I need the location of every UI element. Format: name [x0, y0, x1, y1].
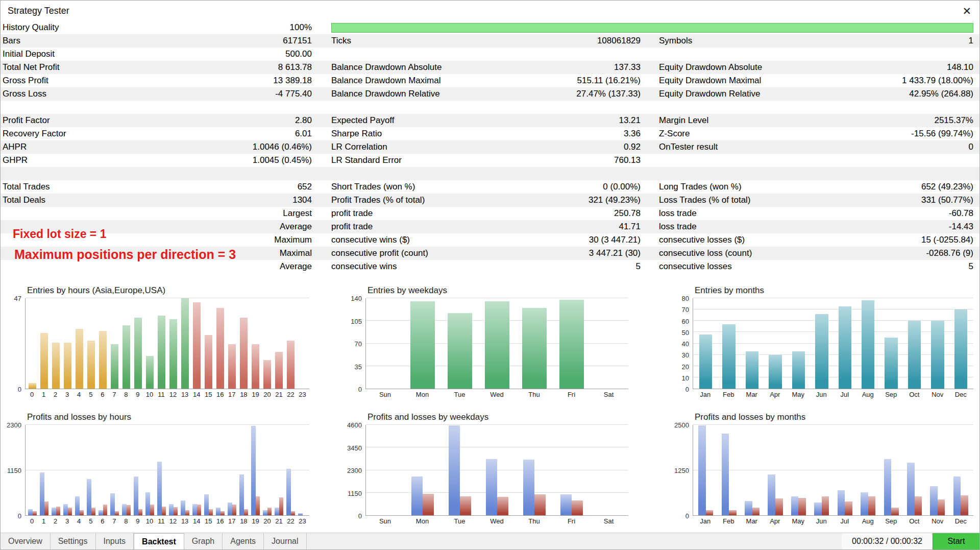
y-tick-label: 3450: [347, 444, 362, 451]
bar-group: [191, 298, 203, 389]
bar-group: [926, 298, 949, 389]
x-tick-label: 4: [73, 517, 85, 525]
x-tick-label: Dec: [949, 517, 973, 525]
bar-loss: [256, 496, 260, 515]
stat-value: [515, 167, 641, 180]
chart-title: Profits and losses by months: [695, 412, 973, 422]
bar-profit: [87, 479, 91, 515]
x-tick-label: Jun: [810, 391, 834, 398]
bar-value: [769, 355, 781, 389]
bar-group: [367, 425, 404, 515]
bar-group: [179, 298, 191, 389]
bar-group: [553, 425, 590, 515]
bar-group: [553, 298, 590, 389]
stat-value: -14.43: [853, 220, 973, 233]
stats-row: Total Trades652Short Trades (won %)0 (0.…: [1, 180, 979, 194]
stat-value: 6.01: [184, 127, 312, 140]
bar-value: [193, 302, 201, 389]
x-tick-label: May: [787, 517, 810, 525]
bar-group: [191, 425, 203, 515]
chart-title: Entries by weekdays: [368, 285, 628, 296]
bar-loss: [915, 496, 922, 515]
x-tick-label: 22: [285, 517, 297, 525]
stat-value: 500.00: [184, 47, 312, 61]
tab-backtest[interactable]: Backtest: [134, 533, 184, 549]
x-tick-label: 8: [120, 391, 132, 398]
x-tick-label: Jun: [810, 517, 834, 525]
start-button[interactable]: Start: [933, 533, 979, 549]
x-tick-label: 12: [167, 517, 179, 525]
bar-value: [252, 344, 259, 389]
y-tick-label: 60: [682, 318, 689, 324]
tab-graph[interactable]: Graph: [184, 533, 223, 549]
stat-label: LR Standard Error: [331, 154, 515, 167]
close-icon[interactable]: ✕: [962, 6, 971, 16]
stats-row: Averageprofit trade41.71loss trade-14.43: [1, 220, 979, 233]
bar-group: [97, 425, 109, 515]
y-tick-label: 1150: [7, 467, 21, 474]
x-tick-label: 14: [191, 517, 203, 525]
chart-title: Profits and losses by hours: [27, 412, 309, 422]
stat-value: 0: [853, 140, 973, 154]
x-tick-label: Sun: [366, 517, 404, 525]
bar-profit: [286, 469, 291, 515]
stat-value: 1.0046 (0.46%): [184, 140, 312, 154]
x-tick-label: Feb: [717, 517, 741, 525]
bar-profit: [192, 504, 197, 515]
bar-value: [559, 300, 584, 389]
tab-inputs[interactable]: Inputs: [96, 533, 134, 549]
bar-profit: [28, 509, 33, 515]
x-tick-label: 23: [297, 517, 308, 525]
bar-loss: [822, 496, 829, 515]
bar-value: [87, 341, 95, 389]
tab-journal[interactable]: Journal: [264, 533, 306, 549]
bar-group: [404, 425, 442, 515]
stat-value: 0.92: [515, 140, 641, 154]
y-axis: 011502300: [5, 425, 25, 516]
bar-group: [238, 425, 250, 515]
x-tick-label: 0: [26, 517, 38, 525]
stat-value: 1: [853, 34, 973, 47]
bar-profit: [930, 486, 938, 515]
y-tick-label: 2500: [674, 422, 689, 428]
bar-loss: [91, 508, 96, 515]
tab-overview[interactable]: Overview: [1, 533, 51, 549]
elapsed-time: 00:00:32 / 00:00:32: [842, 533, 933, 549]
x-tick-label: 9: [132, 517, 143, 525]
tab-bar: OverviewSettingsInputsBacktestGraphAgent…: [1, 533, 307, 549]
x-tick-label: 7: [108, 517, 120, 525]
titlebar: Strategy Tester ✕: [1, 1, 979, 21]
bar-group: [261, 425, 273, 515]
bar-group: [810, 425, 833, 515]
bar-value: [76, 329, 83, 389]
y-tick-label: 4600: [347, 422, 362, 428]
stat-label: Bars: [3, 34, 184, 47]
bar-value: [181, 298, 189, 389]
tab-settings[interactable]: Settings: [51, 533, 96, 549]
stat-value: 15 (-0255.84): [853, 233, 973, 247]
y-tick-label: 2300: [7, 422, 21, 428]
stat-label: Margin Level: [659, 114, 853, 127]
stat-value: -4 775.40: [184, 87, 312, 101]
x-tick-label: Dec: [949, 391, 973, 398]
bar-group: [27, 425, 38, 515]
x-tick-label: 20: [261, 391, 273, 398]
bar-profit: [204, 494, 209, 515]
bar-loss: [267, 508, 272, 515]
bar-profit: [157, 462, 162, 515]
y-tick-label: 0: [18, 513, 21, 519]
stats-row: Total Deals1304Profit Trades (% of total…: [1, 194, 979, 207]
bar-group: [717, 425, 740, 515]
tab-agents[interactable]: Agents: [223, 533, 264, 549]
bar-profit: [745, 501, 752, 515]
bar-group: [297, 298, 308, 389]
bar-value: [122, 325, 130, 389]
x-tick-label: Fri: [553, 517, 590, 525]
y-tick-label: 2300: [347, 467, 362, 474]
chart-title: Profits and losses by weekdays: [368, 412, 628, 422]
stat-value: [853, 154, 973, 167]
stat-label: Total Deals: [3, 194, 184, 207]
stat-label: [659, 154, 853, 167]
bar-loss: [291, 511, 296, 515]
x-tick-label: 20: [261, 517, 273, 525]
